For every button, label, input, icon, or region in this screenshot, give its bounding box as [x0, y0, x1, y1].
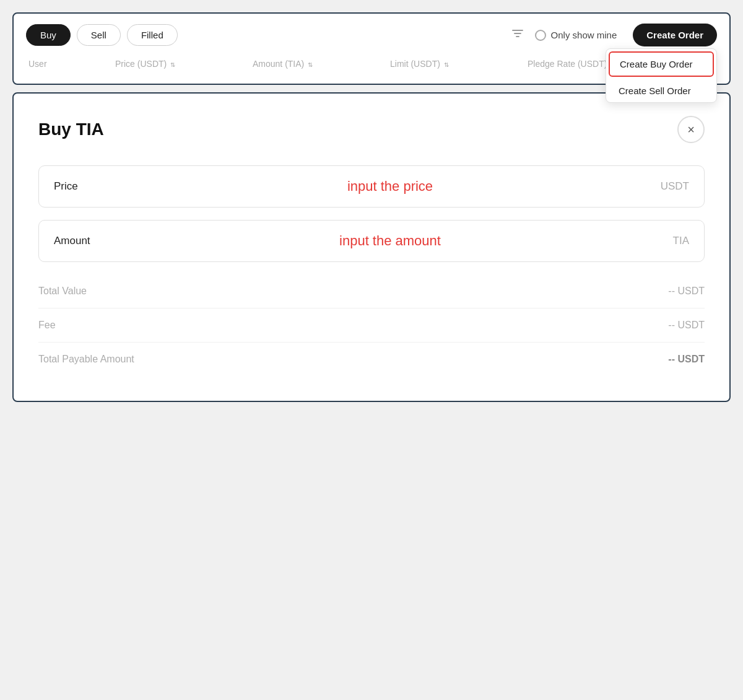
sort-icon-limit: ⇅: [444, 61, 449, 68]
col-header-price[interactable]: Price (USDT) ⇅: [115, 59, 253, 69]
modal-header: Buy TIA ×: [38, 116, 705, 143]
total-value-row: Total Value -- USDT: [38, 274, 705, 308]
amount-input-row[interactable]: Amount input the amount TIA: [38, 220, 705, 262]
filter-icon[interactable]: [511, 27, 524, 43]
col-header-amount[interactable]: Amount (TIA) ⇅: [253, 59, 390, 69]
price-input-row[interactable]: Price input the price USDT: [38, 165, 705, 208]
total-value-label: Total Value: [38, 286, 87, 297]
bottom-panel: Buy TIA × Price input the price USDT Amo…: [12, 92, 731, 402]
col-header-user: User: [28, 59, 115, 69]
only-show-mine-toggle[interactable]: Only show mine: [535, 30, 617, 41]
total-payable-label: Total Payable Amount: [38, 354, 134, 365]
top-bar: Buy Sell Filled Only show mine Create Or…: [26, 24, 717, 46]
close-button[interactable]: ×: [677, 116, 705, 143]
tab-sell[interactable]: Sell: [77, 24, 121, 46]
amount-label: Amount: [54, 235, 128, 247]
total-payable-value: -- USDT: [668, 354, 705, 365]
amount-unit: TIA: [652, 235, 689, 247]
create-order-dropdown: Create Buy Order Create Sell Order: [606, 48, 717, 103]
total-payable-row: Total Payable Amount -- USDT: [38, 343, 705, 376]
summary-section: Total Value -- USDT Fee -- USDT Total Pa…: [38, 274, 705, 376]
sort-icon-price: ⇅: [170, 61, 175, 68]
modal-title: Buy TIA: [38, 120, 104, 139]
price-placeholder: input the price: [128, 178, 652, 195]
amount-placeholder: input the amount: [128, 233, 652, 249]
radio-circle: [535, 30, 546, 41]
tab-filled[interactable]: Filled: [127, 24, 178, 46]
fee-label: Fee: [38, 320, 56, 331]
dropdown-item-create-sell-order[interactable]: Create Sell Order: [606, 79, 716, 102]
total-value-value: -- USDT: [668, 286, 705, 297]
price-label: Price: [54, 180, 128, 193]
sort-icon-amount: ⇅: [308, 61, 313, 68]
tab-buy[interactable]: Buy: [26, 24, 71, 46]
fee-value: -- USDT: [668, 320, 705, 331]
col-header-limit[interactable]: Limit (USDT) ⇅: [390, 59, 528, 69]
top-panel: Buy Sell Filled Only show mine Create Or…: [12, 12, 731, 85]
only-show-mine-label: Only show mine: [551, 30, 617, 40]
create-order-button[interactable]: Create Order: [633, 24, 717, 46]
fee-row: Fee -- USDT: [38, 308, 705, 343]
price-unit: USDT: [652, 180, 689, 193]
dropdown-item-create-buy-order[interactable]: Create Buy Order: [609, 51, 714, 77]
